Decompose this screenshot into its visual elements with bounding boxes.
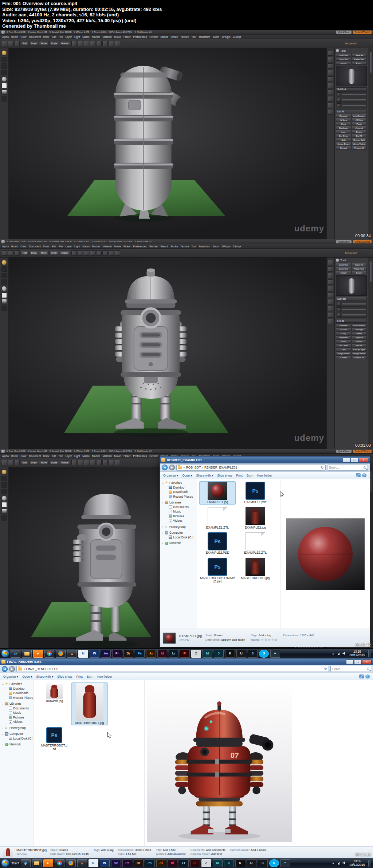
premiere-icon[interactable]: Pr xyxy=(112,650,122,658)
brush-icon[interactable] xyxy=(1,469,7,475)
nav-item[interactable]: Libraries xyxy=(161,500,196,505)
menu-item[interactable]: Alpha xyxy=(2,455,9,457)
restore-button[interactable] xyxy=(354,660,361,664)
nav-item[interactable]: Libraries xyxy=(1,701,32,706)
subtool-button[interactable]: Del All xyxy=(352,134,367,138)
color-swatch-main[interactable] xyxy=(1,292,7,298)
rotate-button[interactable]: Rotate xyxy=(60,251,70,255)
scale-button[interactable]: Scale xyxy=(49,251,59,255)
menu-item[interactable]: Render xyxy=(149,455,158,457)
actual-size-icon[interactable] xyxy=(328,63,333,69)
menu-item[interactable]: Color xyxy=(20,36,27,38)
menu-item[interactable]: Document xyxy=(29,455,41,457)
steam-icon[interactable]: S xyxy=(248,650,258,658)
steam-icon[interactable]: S xyxy=(258,859,268,867)
menu-item[interactable]: Stroke xyxy=(170,36,178,38)
menu-item[interactable]: Stencil xyxy=(160,36,168,38)
command-bar-item[interactable]: Burn xyxy=(247,474,253,477)
menu-item[interactable]: Transform xyxy=(199,36,210,38)
windows-explorer-icon[interactable] xyxy=(22,650,32,658)
vlc-icon[interactable]: ▲ xyxy=(77,859,87,867)
command-bar-item[interactable]: Print xyxy=(76,675,82,678)
sculpt-canvas[interactable]: udemy xyxy=(9,48,326,239)
menu-item[interactable]: ZScript xyxy=(233,245,241,248)
menu-item[interactable]: Layer xyxy=(66,245,72,248)
menu-item[interactable]: Brush xyxy=(11,36,18,38)
menu-item[interactable]: ZScript xyxy=(233,36,241,38)
subtool-button[interactable]: Copy xyxy=(336,331,351,335)
subtool-button[interactable]: All Low xyxy=(336,118,351,122)
nav-item[interactable]: Documents xyxy=(161,505,196,510)
menu-item[interactable]: Light xyxy=(74,245,80,248)
subtool-button[interactable]: Insert xyxy=(336,130,351,134)
maya-icon[interactable]: M xyxy=(213,859,223,867)
sculpt-canvas[interactable]: udemy xyxy=(9,258,326,449)
file-tile[interactable]: MASTERROBOT.jpg xyxy=(237,557,274,584)
zoom-icon[interactable] xyxy=(328,266,333,272)
aa-half-icon[interactable] xyxy=(328,70,333,75)
matcap-icon[interactable] xyxy=(84,250,89,256)
quicksketch-icon[interactable] xyxy=(14,250,20,256)
illustrator-icon[interactable]: Ai xyxy=(146,650,156,658)
draw-button[interactable]: Draw xyxy=(29,251,38,255)
texture-thumb-icon[interactable] xyxy=(102,41,108,46)
menu-item[interactable]: Color xyxy=(20,245,27,248)
menu-item[interactable]: Picker xyxy=(123,455,130,457)
change-view-icon[interactable] xyxy=(359,674,364,678)
aa-half-icon[interactable] xyxy=(328,279,333,285)
window-titlebar[interactable]: FINAL_RENDERFILES xyxy=(0,658,373,665)
floor-grid-icon[interactable] xyxy=(328,83,333,88)
command-bar-item[interactable]: Open ▾ xyxy=(22,675,32,678)
breadcrumb-segment[interactable]: FINAL_RENDERFILES xyxy=(26,667,58,671)
nav-item[interactable]: Favorites xyxy=(161,481,196,485)
3ds-max-icon[interactable]: 3 xyxy=(224,859,234,867)
menu-item[interactable]: Alpha xyxy=(2,245,9,248)
calculator-icon[interactable]: = xyxy=(270,650,280,658)
alpha-icon[interactable] xyxy=(1,273,7,278)
color-picker-icon[interactable] xyxy=(1,306,7,311)
close-button[interactable] xyxy=(359,458,368,462)
subtool-button[interactable]: All High xyxy=(352,327,367,331)
ghost-icon[interactable] xyxy=(328,103,333,108)
stroke-thumb-icon[interactable] xyxy=(115,250,120,256)
3ds-max-icon[interactable]: 3 xyxy=(214,650,224,658)
command-bar-item[interactable]: Slide show xyxy=(57,675,72,678)
active-tool-thumbnail[interactable] xyxy=(336,66,367,86)
command-bar-item[interactable]: Burn xyxy=(87,675,93,678)
minimize-button[interactable] xyxy=(346,660,353,664)
tool-button[interactable]: Load Tool xyxy=(336,263,351,266)
draw-button[interactable]: Draw xyxy=(29,460,38,465)
subtool-button[interactable]: Project All xyxy=(352,355,367,359)
tool-button[interactable]: Import xyxy=(336,271,351,274)
nav-item[interactable]: Videos xyxy=(161,518,196,523)
material-thumb-icon[interactable] xyxy=(96,41,102,46)
menu-item[interactable]: Marker xyxy=(92,245,100,248)
quicksketch-icon[interactable] xyxy=(14,460,20,465)
menu-item[interactable]: Tool xyxy=(191,36,196,38)
subtool-button[interactable]: Del Other xyxy=(336,134,351,138)
alpha-icon[interactable] xyxy=(1,482,7,488)
lightbox-icon[interactable] xyxy=(8,460,13,465)
menu-item[interactable]: Edit xyxy=(52,36,56,38)
menu-item[interactable]: Macro xyxy=(82,36,89,38)
subtool-button[interactable]: Paste xyxy=(352,331,367,335)
tray-scrollbar[interactable] xyxy=(368,258,373,449)
nav-item[interactable]: Pictures xyxy=(161,514,196,519)
internet-explorer-icon[interactable]: e xyxy=(21,859,31,867)
ghost-icon[interactable] xyxy=(328,312,333,318)
alpha-thumb-icon[interactable] xyxy=(109,41,114,46)
tool-button[interactable]: Save As xyxy=(352,263,367,266)
search-input[interactable]: Searc... xyxy=(327,465,368,471)
transparency-icon[interactable] xyxy=(328,96,333,101)
menu-item[interactable]: Color xyxy=(20,455,27,457)
polyframe-icon[interactable] xyxy=(78,250,83,256)
network-tray-icon[interactable] xyxy=(337,861,341,865)
nav-item[interactable]: Network xyxy=(1,742,32,747)
subtool-button[interactable]: Duplicate xyxy=(336,126,351,130)
polyframe-icon[interactable] xyxy=(78,41,83,46)
command-bar-item[interactable]: Share with ▾ xyxy=(196,474,213,477)
word-icon[interactable]: W xyxy=(100,859,110,867)
minimize-button[interactable] xyxy=(343,458,350,462)
alpha-icon[interactable] xyxy=(1,63,7,69)
local-symmetry-icon[interactable] xyxy=(328,89,333,95)
